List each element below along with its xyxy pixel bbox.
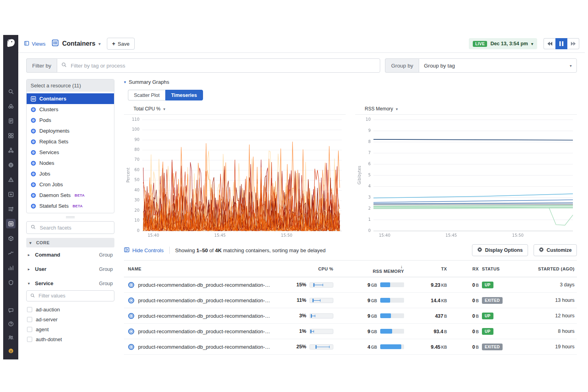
resource-item-clusters[interactable]: Clusters <box>27 104 114 115</box>
facet-group-link[interactable]: Group <box>99 266 113 272</box>
column-header-rx[interactable]: RX <box>450 266 479 271</box>
checkbox[interactable] <box>27 337 32 342</box>
facet-group-link[interactable]: Group <box>99 281 113 286</box>
chat-icon[interactable] <box>6 305 15 315</box>
servicemap-icon[interactable] <box>6 145 15 155</box>
facet-value-label: ad-server <box>36 317 58 322</box>
facet-service[interactable]: ▾ServiceGroup <box>26 276 114 290</box>
synthetics-icon[interactable] <box>6 160 15 170</box>
events-icon[interactable] <box>6 116 15 126</box>
resource-item-pods[interactable]: Pods <box>27 115 114 126</box>
facet-value-ad-server[interactable]: ad-server <box>26 315 114 324</box>
hide-controls-button[interactable]: Hide Controls <box>124 247 164 254</box>
apm-icon[interactable] <box>6 248 15 258</box>
summary-graphs-toggle[interactable]: ▾ Summary Graphs <box>124 79 577 85</box>
resource-item-cron-jobs[interactable]: Cron Jobs <box>27 179 114 190</box>
time-picker[interactable]: LIVE Dec 13, 3:54 pm ▾ <box>469 38 537 49</box>
core-section-header[interactable]: ▾ CORE <box>26 238 114 247</box>
resource-item-daemon-sets[interactable]: Daemon SetsBETA <box>27 190 114 201</box>
checkbox[interactable] <box>27 307 32 312</box>
cpu-metric-select[interactable]: Total CPU % ▾ <box>124 104 346 115</box>
tab-timeseries[interactable]: Timeseries <box>165 90 203 100</box>
facet-user[interactable]: ▸UserGroup <box>26 262 114 276</box>
time-range-label: Dec 13, 3:54 pm <box>490 41 528 46</box>
watchdog-icon[interactable] <box>6 101 15 111</box>
forward-button[interactable] <box>567 38 579 49</box>
tx-unit: KB <box>441 299 447 303</box>
resource-item-label: Services <box>39 149 59 155</box>
resource-item-containers[interactable]: Containers <box>27 93 114 104</box>
content: Select a resource (11) ContainersCluster… <box>18 73 585 359</box>
started-value: 19 hours <box>525 344 574 350</box>
facet-search-input[interactable] <box>39 224 110 231</box>
column-header-cpu[interactable]: CPU % <box>274 266 333 271</box>
facet-value-agent[interactable]: agent <box>26 324 114 334</box>
column-header-tx[interactable]: TX <box>407 266 447 271</box>
table-row[interactable]: product-recommendation-db_product-recomm… <box>124 277 577 293</box>
integrations-icon[interactable] <box>6 189 15 199</box>
column-header-rss-memory[interactable]: ↓RSS MEMORY <box>337 264 404 274</box>
display-options-button[interactable]: Display Options <box>472 244 528 256</box>
memory-value: 9 <box>368 329 370 334</box>
facet-value-ad-auction[interactable]: ad-auction <box>26 305 114 315</box>
chevron-down-icon: ▾ <box>29 241 33 245</box>
table-row[interactable]: product-recommendation-db_product-recomm… <box>124 339 577 355</box>
table-row[interactable]: product-recommendation-db_product-recomm… <box>124 293 577 308</box>
resource-item-deployments[interactable]: Deployments <box>27 126 114 136</box>
resource-item-stateful-sets[interactable]: Stateful SetsBETA <box>27 201 114 211</box>
facet-value-auth-dotnet[interactable]: auth-dotnet <box>26 334 114 344</box>
org-icon[interactable] <box>6 332 15 342</box>
rewind-button[interactable] <box>544 38 555 49</box>
search-icon[interactable] <box>6 87 15 96</box>
column-header-status[interactable]: STATUS <box>482 266 522 271</box>
table-row[interactable]: product-recommendation-db_product-recomm… <box>124 308 577 324</box>
rx-value: 0 <box>472 344 475 350</box>
datadog-logo-icon[interactable] <box>6 38 16 48</box>
facet-searchbox <box>26 221 114 234</box>
resource-selector[interactable]: Containers ▾ <box>52 39 101 48</box>
filter-by-chip: Filter by <box>26 58 57 73</box>
group-by-select[interactable]: Group by tag ▾ <box>419 58 577 73</box>
views-button[interactable]: Views <box>24 41 45 47</box>
column-header-name[interactable]: NAME <box>128 266 271 271</box>
facet-label: Command <box>35 252 60 258</box>
chevron-right-icon: ▸ <box>28 253 32 257</box>
resource-item-label: Daemon Sets <box>39 192 71 198</box>
cpu-timeseries-chart[interactable] <box>124 115 346 241</box>
infrastructure-icon[interactable] <box>6 234 15 243</box>
facet-group-link[interactable]: Group <box>99 252 113 258</box>
customize-button[interactable]: Customize <box>534 244 577 256</box>
facet-value-filter-input[interactable] <box>38 293 110 299</box>
save-button[interactable]: + Save <box>107 38 135 50</box>
resource-item-label: Replica Sets <box>39 139 68 145</box>
table-row[interactable]: product-recommendation-db_product-recomm… <box>124 324 577 339</box>
resource-item-services[interactable]: Services <box>27 147 114 158</box>
help-icon[interactable] <box>6 319 15 328</box>
metrics-icon[interactable] <box>6 263 15 272</box>
status-badge: EXITED <box>482 297 503 304</box>
pipelines-icon[interactable] <box>6 204 15 214</box>
containers-icon[interactable] <box>6 219 15 228</box>
checkbox[interactable] <box>27 327 32 332</box>
facet-label: User <box>35 266 46 272</box>
dashboards-icon[interactable] <box>6 131 15 140</box>
tab-scatter-plot[interactable]: Scatter Plot <box>128 90 165 100</box>
facet-command[interactable]: ▸CommandGroup <box>26 247 114 262</box>
column-header-started[interactable]: STARTED (AGO) <box>525 266 574 271</box>
panel-resize-handle[interactable] <box>26 213 114 220</box>
pause-button[interactable] <box>555 38 567 49</box>
memory-timeseries-chart[interactable] <box>355 115 577 241</box>
resource-item-nodes[interactable]: Nodes <box>27 158 114 168</box>
rx-unit: B <box>476 283 479 288</box>
facet-value-label: auth-dotnet <box>36 336 62 342</box>
security-icon[interactable] <box>6 278 15 287</box>
resource-item-label: Pods <box>39 117 51 123</box>
monitors-icon[interactable] <box>6 175 15 184</box>
filter-input[interactable] <box>70 62 376 69</box>
memory-metric-select[interactable]: RSS Memory ▾ <box>355 104 577 115</box>
bits-dog-icon[interactable] <box>6 346 15 355</box>
tx-value: 437 <box>435 313 443 319</box>
resource-item-jobs[interactable]: Jobs <box>27 168 114 179</box>
checkbox[interactable] <box>27 317 32 322</box>
resource-item-replica-sets[interactable]: Replica Sets <box>27 136 114 147</box>
